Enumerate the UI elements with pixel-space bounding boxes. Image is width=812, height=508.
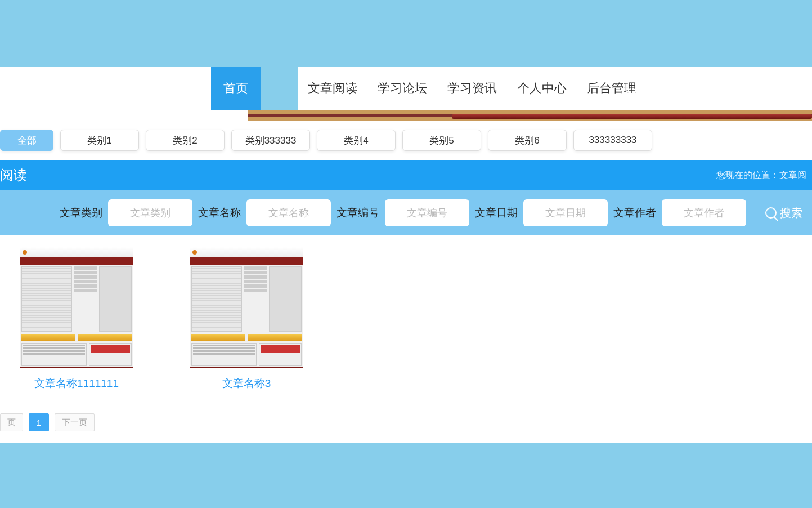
category-item-5[interactable]: 类别5 (402, 130, 481, 151)
article-card[interactable]: 文章名称1111111 (20, 247, 133, 391)
category-item-2[interactable]: 类别2 (146, 130, 225, 151)
filter-number-input[interactable] (385, 199, 469, 226)
nav-rest (647, 67, 812, 110)
filter-author-input[interactable] (662, 199, 746, 226)
category-item-3[interactable]: 类别333333 (231, 130, 310, 151)
page-title: 阅读 (0, 166, 27, 184)
nav-home[interactable]: 首页 (211, 67, 261, 110)
filter-category-input[interactable] (108, 199, 192, 226)
nav-news[interactable]: 学习资讯 (437, 67, 507, 110)
card-grid: 文章名称1111111 文章名称3 (0, 235, 812, 402)
filter-date-label: 文章日期 (475, 206, 518, 220)
search-icon (765, 207, 777, 219)
filter-bar: 文章类别 文章名称 文章编号 文章日期 文章作者 搜索 (0, 190, 812, 235)
footer (0, 443, 812, 508)
nav-gap (261, 67, 298, 110)
search-button[interactable]: 搜索 (765, 206, 802, 221)
category-item-4[interactable]: 类别4 (317, 130, 396, 151)
nav-article-read[interactable]: 文章阅读 (298, 67, 367, 110)
filter-date-input[interactable] (523, 199, 608, 226)
nav-admin[interactable]: 后台管理 (577, 67, 647, 110)
article-card-title: 文章名称1111111 (20, 376, 133, 391)
article-thumbnail (20, 247, 133, 368)
filter-name-input[interactable] (246, 199, 331, 226)
article-card-title: 文章名称3 (190, 376, 303, 391)
nav-spacer (0, 67, 211, 110)
category-all[interactable]: 全部 (0, 130, 53, 151)
article-card[interactable]: 文章名称3 (190, 247, 303, 391)
filter-number-label: 文章编号 (337, 206, 379, 220)
nav-items: 文章阅读 学习论坛 学习资讯 个人中心 后台管理 (298, 67, 647, 110)
main-nav: 首页 文章阅读 学习论坛 学习资讯 个人中心 后台管理 (0, 67, 812, 110)
filter-author-label: 文章作者 (613, 206, 656, 220)
breadcrumb-prefix: 您现在的位置： (716, 170, 779, 180)
pagination: 页 1 下一页 (0, 402, 812, 443)
category-bar: 全部 类别1 类别2 类别333333 类别4 类别5 类别6 33333333… (0, 121, 812, 160)
nav-forum[interactable]: 学习论坛 (367, 67, 437, 110)
page-header: 阅读 您现在的位置：文章阅 (0, 160, 812, 190)
search-button-label: 搜索 (780, 206, 802, 221)
pager-page-1[interactable]: 1 (29, 413, 49, 431)
pager-next-button: 下一页 (55, 413, 95, 431)
filter-category-label: 文章类别 (60, 206, 102, 220)
category-item-6[interactable]: 类别6 (488, 130, 567, 151)
pager-prev-button: 页 (0, 413, 23, 431)
category-item-1[interactable]: 类别1 (60, 130, 139, 151)
top-banner (0, 0, 812, 67)
breadcrumb-page[interactable]: 文章阅 (779, 170, 806, 180)
nav-profile[interactable]: 个人中心 (507, 67, 577, 110)
banner-strip (0, 110, 812, 121)
filter-name-label: 文章名称 (198, 206, 241, 220)
category-item-7[interactable]: 333333333 (573, 130, 652, 151)
breadcrumb: 您现在的位置：文章阅 (716, 170, 806, 181)
article-thumbnail (190, 247, 303, 368)
